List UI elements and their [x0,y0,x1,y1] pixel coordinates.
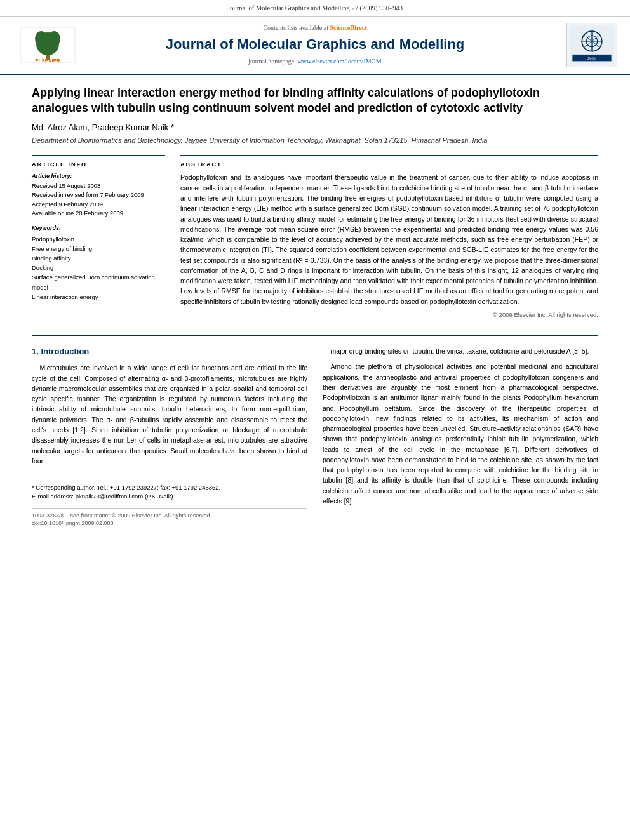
intro-body-right: major drug binding sites on tubulin: the… [323,346,598,506]
footer-bar: 1093-3263/$ – see front matter © 2009 El… [32,508,307,528]
elsevier-logo-icon: ELSEVIER [19,26,76,64]
svg-text:ELSEVIER: ELSEVIER [35,58,60,63]
authors: Md. Afroz Alam, Pradeep Kumar Naik * [32,122,598,133]
intro-para-3: Among the plethora of physiological acti… [323,361,598,506]
keyword-6: Linear interaction energy [32,292,165,302]
abstract-label: ABSTRACT [180,161,598,169]
revised-date: Received in revised form 7 February 2009 [32,190,165,199]
footer-doi: doi:10.1016/j.jmgm.2009.02.003 [32,519,307,528]
article-info-column: ARTICLE INFO Article history: Received 1… [32,155,165,324]
abstract-text: Podophyllotoxin and its analogues have i… [180,172,598,306]
footnote-area: * Corresponding author. Tel.: +91 1792 2… [32,479,307,502]
keyword-1: Podophyllotoxin [32,234,165,244]
intro-body-left: Microtubules are involved in a wide rang… [32,363,307,466]
journal-logo-icon: JMGM [566,23,617,67]
accepted-date: Accepted 9 February 2009 [32,200,165,209]
main-content: Applying linear interaction energy metho… [0,75,630,540]
journal-logo-area: JMGM [547,23,617,67]
introduction-section: 1. Introduction Microtubules are involve… [32,346,598,528]
copyright: © 2009 Elsevier Inc. All rights reserved… [180,310,598,319]
affiliation: Department of Bioinformatics and Biotech… [32,136,598,145]
journal-homepage: journal homepage: www.elsevier.com/locat… [89,57,541,66]
keyword-5: Surface generalized Born continuum solva… [32,272,165,291]
keywords-section: Keywords: Podophyllotoxin Free energy of… [32,224,165,302]
svg-point-3 [35,31,48,46]
history-label: Article history: [32,172,165,180]
journal-header: ELSEVIER Contents lists available at Sci… [0,17,630,75]
info-abstract-section: ARTICLE INFO Article history: Received 1… [32,155,598,324]
article-info-label: ARTICLE INFO [32,161,165,169]
article-title: Applying linear interaction energy metho… [32,85,598,116]
footer-issn: 1093-3263/$ – see front matter © 2009 El… [32,512,307,520]
article-history: Article history: Received 15 August 2008… [32,172,165,218]
section-divider [32,335,598,336]
online-date: Available online 20 February 2009 [32,209,165,218]
keyword-2: Free energy of binding [32,244,165,253]
intro-para-1: Microtubules are involved in a wide rang… [32,363,307,466]
intro-right-col: major drug binding sites on tubulin: the… [323,346,598,528]
svg-text:JMGM: JMGM [587,57,596,60]
sciencedirect-link[interactable]: ScienceDirect [330,24,366,31]
journal-citation: Journal of Molecular Graphics and Modell… [0,0,630,17]
received-date: Received 15 August 2008 [32,182,165,190]
intro-para-2: major drug binding sites on tubulin: the… [323,346,598,356]
sciencedirect-label: Contents lists available at ScienceDirec… [89,23,541,32]
intro-heading: 1. Introduction [32,346,307,357]
svg-point-4 [48,31,60,46]
elsevier-logo-area: ELSEVIER [13,26,83,64]
keyword-4: Docking [32,263,165,272]
email-note: E-mail address: pknaik73@rediffmail.com … [32,492,307,501]
journal-title-area: Contents lists available at ScienceDirec… [83,23,547,66]
intro-left-col: 1. Introduction Microtubules are involve… [32,346,307,528]
abstract-column: ABSTRACT Podophyllotoxin and its analogu… [180,155,598,324]
corresponding-note: * Corresponding author. Tel.: +91 1792 2… [32,483,307,492]
keywords-label: Keywords: [32,224,165,232]
journal-title: Journal of Molecular Graphics and Modell… [89,35,541,55]
keyword-3: Binding affinity [32,253,165,263]
